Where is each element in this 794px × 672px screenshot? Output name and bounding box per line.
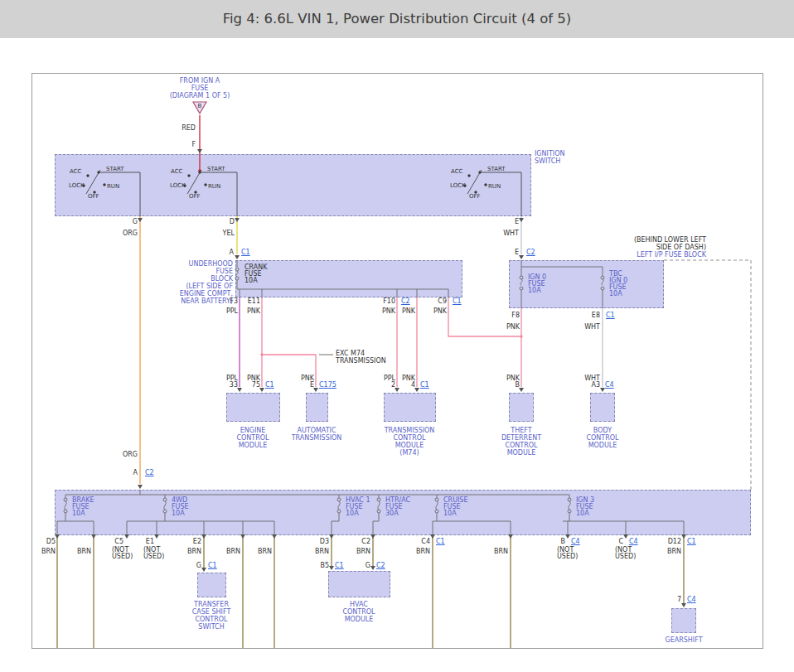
wire-color-label: BRN [77,549,91,556]
terminal-pin: E [310,382,314,389]
page: Fig 4: 6.6L VIN 1, Power Distribution Ci… [0,0,794,672]
module-name: MODULE [507,450,536,457]
page-title: Fig 4: 6.6L VIN 1, Power Distribution Ci… [0,0,794,38]
connector-link[interactable]: C1 [208,563,217,570]
terminal-pin: A [230,249,234,257]
not-used-label: USED) [112,554,133,561]
terminal-pin: E1 [146,539,154,546]
connector-link[interactable]: C1 [436,539,445,546]
terminal-pin: C [618,539,623,546]
connector-link[interactable]: C4 [605,382,614,389]
switch-position-label: ACC [171,168,182,176]
module-name: MODULE [239,442,268,450]
connector-link[interactable]: C4 [687,597,696,604]
wire-color-label: PNK [402,308,415,316]
module-name: (M74) [399,450,419,457]
terminal-pin: C2 [361,539,370,546]
terminal-pin: 2 [391,382,395,389]
terminal-pin: B [561,539,566,546]
fuse-label: 30A [385,510,399,518]
fuse-label: 10A [528,288,541,295]
wiring-diagram: FROM IGN A FUSE (DIAGRAM 1 OF 5) B RED F… [31,73,763,649]
switch-position-label: RUN [107,183,119,191]
terminal-pin: F10 [383,298,395,306]
not-used-label: USED) [143,554,164,561]
wire-color-label: BRN [258,549,272,556]
switch-position-label: START [487,166,506,173]
fuse-label: 10A [72,510,85,518]
wire-color-label: BRN [667,549,681,556]
wire-color-label: ORG [123,452,138,459]
switch-position-label: RUN [488,183,501,191]
terminal-pin: 75 [252,382,260,389]
connector-link[interactable]: C1 [420,382,429,389]
wire-color-label: BRN [356,549,370,556]
wire-color-label: PNK [382,308,395,316]
module-name: TRANSMISSION [292,435,342,442]
fuse-label: 10A [443,510,457,518]
wire-red [198,115,201,172]
connector-link[interactable]: C4 [629,539,638,546]
switch-position-label: START [207,166,225,173]
switch-position-label: ACC [451,168,462,176]
exc-note: TRANSMISSION [336,358,386,365]
wire-color-label: PNK [433,308,447,316]
ip-dashed-extension [664,260,751,490]
wire-color-label: PNK [247,308,260,316]
connector-pin: B [198,103,202,110]
not-used-label: USED) [615,554,636,561]
connector-link[interactable]: C1 [335,563,344,570]
module-name: SWITCH [198,624,224,631]
terminal-pin: B5 [320,563,329,570]
wire-color-label: WHT [503,230,519,238]
block-name: LEFT I/P FUSE BLOCK [637,252,706,259]
wire-color-label: BRN [226,549,240,556]
connector-link[interactable]: C1 [453,298,462,306]
terminal-pin: 4 [411,382,415,389]
module-name: GEARSHIFT [665,637,702,645]
switch-clusters [83,170,521,216]
fuse-label: 10A [244,278,258,285]
wire-color-label: ORG [123,230,138,238]
terminal-pin: 33 [230,382,238,389]
terminal-pin: D5 [46,539,56,546]
terminal-pin: G [133,219,138,226]
title-bar: Fig 4: 6.6L VIN 1, Power Distribution Ci… [0,0,794,38]
terminal-pin: C4 [421,539,430,546]
switch-position-label: LOCK [69,182,85,190]
terminal-pin: D3 [320,539,329,546]
switch-position-label: OFF [469,193,481,201]
wire-color-label: BRN [315,549,329,556]
terminal-pin: A3 [591,382,600,389]
module-name: MODULE [345,616,374,624]
fuse-label: 10A [609,291,622,298]
wire-color-label: BRN [187,549,201,556]
wire-color-label: PPL [226,308,238,316]
switch-position-label: LOCK [170,182,186,190]
block-name: NEAR BATTERY) [181,298,233,306]
fuse-label: 10A [576,510,589,518]
connector-link[interactable]: C1 [606,312,615,320]
ignition-switch-title: SWITCH [535,158,560,166]
connector-link[interactable]: C1 [241,249,250,257]
terminal-pin: F [191,142,196,149]
terminal-pin: 7 [677,597,681,604]
connector-link[interactable]: C4 [571,539,580,546]
connector-link[interactable]: C1 [265,382,274,389]
wires-layer [32,74,763,648]
fuse-label: 10A [346,510,359,518]
connector-link[interactable]: C175 [319,382,336,389]
wire-color-label: BRN [416,549,430,556]
terminal-pin: G [366,563,370,570]
wire-pink-ecm [260,297,316,387]
wire-color-label: YEL [223,230,235,238]
switch-position-label: ACC [70,168,81,176]
connector-link[interactable]: C2 [401,298,410,306]
wire-color-label: WHT [584,324,600,331]
connector-link[interactable]: C1 [687,539,696,546]
connector-link[interactable]: C2 [376,563,385,570]
switch-position-label: OFF [189,193,201,201]
connector-link[interactable]: C2 [145,470,154,477]
connector-link[interactable]: C2 [526,249,535,257]
terminal-pin: F3 [230,298,238,306]
